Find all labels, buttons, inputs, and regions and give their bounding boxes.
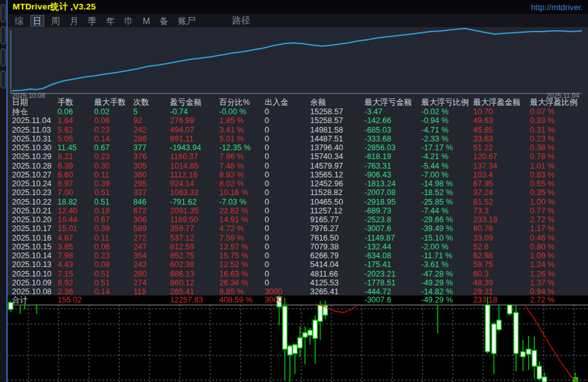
row-cell: 376 xyxy=(133,152,170,161)
row-cell: -0.02 % xyxy=(421,107,473,116)
row-cell: 15740.34 xyxy=(310,152,364,161)
table-row[interactable]: 2025.10.098.920.51274860.1226.34 %04125.… xyxy=(8,278,588,287)
row-cell: 13565.12 xyxy=(310,170,364,179)
column-header: 次数 xyxy=(133,98,170,107)
row-cell: 0 xyxy=(265,270,310,278)
column-header: 最大浮盈金额 xyxy=(473,98,530,107)
table-row[interactable]: 2025.10.237.000.513371063.3210.16 %01152… xyxy=(8,188,588,197)
row-cell: 0 xyxy=(265,251,310,260)
row-cell xyxy=(133,295,170,304)
row-cell: 305 xyxy=(133,162,170,170)
row-cell: 7.59 % xyxy=(219,234,265,242)
table-row[interactable]: 2025.11.035.620.23242494.073.41 %014981.… xyxy=(8,126,588,134)
menu-item-日[interactable]: 日 xyxy=(31,16,44,26)
row-cell: 337 xyxy=(133,188,170,197)
row-cell: 0.14 xyxy=(94,287,133,295)
title-bar: MTDriver统计 ,V3.25 http://mtdriver. xyxy=(8,0,588,14)
row-cell: 0.23 % xyxy=(530,134,588,143)
column-header: 最大手数 xyxy=(94,98,133,107)
row-cell: 233.18 xyxy=(473,215,530,224)
table-row[interactable]: 2025.10.2010.440.673061189.5014.91 %0916… xyxy=(8,215,588,224)
row-cell: 2.72 % xyxy=(530,295,588,304)
row-cell: 5.01 % xyxy=(219,134,265,143)
menu-item-path[interactable]: 路径 xyxy=(231,15,252,27)
row-cell: 11.45 xyxy=(57,143,94,152)
dock-button-2[interactable] xyxy=(1,27,6,44)
row-cell: 602.38 xyxy=(170,260,219,269)
row-cell: 589 xyxy=(133,224,170,233)
row-cell: 0.18 xyxy=(94,206,133,215)
row-cell: 0.51 xyxy=(94,278,133,287)
menu-item-账尸[interactable]: 账尸 xyxy=(176,16,198,26)
row-cell: 3265.41 xyxy=(310,287,364,295)
table-row[interactable]: 2025.10.134.430.08243602.3812.52 %05414.… xyxy=(8,260,588,269)
table-row[interactable]: 2025.11.041.640.0692276.991.85 %015258.5… xyxy=(8,116,588,125)
row-date: 2025.10.17 xyxy=(12,224,57,233)
candlestick-chart[interactable] xyxy=(8,295,588,382)
row-cell: 26.34 % xyxy=(219,278,265,287)
table-row[interactable]: 2025.10.315.050.14286691.115.01 %014487.… xyxy=(8,134,588,143)
row-cell: -47.28 % xyxy=(421,270,473,278)
table-row[interactable]: 2025.10.153.850.06247812.5912.97 %07079.… xyxy=(8,242,588,251)
row-cell: 0.31 % xyxy=(530,126,588,134)
menu-item-巾[interactable]: 巾 xyxy=(123,16,135,26)
row-cell: 10.44 xyxy=(57,215,94,224)
row-date: 2025.10.27 xyxy=(12,170,57,179)
table-row[interactable]: 2025.10.276.600.113601112.168.93 %013565… xyxy=(8,170,588,179)
dock-button-1[interactable] xyxy=(1,4,6,22)
menu-item-月[interactable]: 月 xyxy=(68,16,80,26)
menu-item-综[interactable]: 综 xyxy=(13,16,25,26)
table-row[interactable]: 2025.10.298.210.233761160.377.96 %015740… xyxy=(8,152,588,161)
dock-button-4[interactable] xyxy=(1,71,6,88)
row-cell: -7.44 % xyxy=(421,206,473,215)
row-cell: 0 xyxy=(265,170,310,179)
row-cell: 16.63 % xyxy=(219,270,265,278)
table-row[interactable]: 2025.10.082.360.14119265.418.85 %3000326… xyxy=(8,287,588,295)
table-row[interactable]: 2025.10.164.670.11272537.127.59 %07616.5… xyxy=(8,234,588,242)
equity-chart[interactable]: 2025.10.08 2025.11.04 xyxy=(8,27,588,98)
table-row[interactable]: 2025.10.3011.450.67377-1943.94-12.35 %01… xyxy=(8,143,588,152)
row-cell: 6.60 xyxy=(57,170,94,179)
table-row[interactable]: 持仓0.060.025-0.74-0.00 %015258.57-3.47-0.… xyxy=(8,107,588,116)
menu-item-M[interactable]: M xyxy=(141,16,152,26)
row-cell: 0.30 xyxy=(94,162,133,170)
row-cell: 1.17 % xyxy=(530,224,588,233)
row-cell: 10.16 % xyxy=(219,188,265,197)
row-cell: 233.18 xyxy=(473,295,530,304)
row-date: 持仓 xyxy=(12,107,57,116)
row-cell: 60.3 xyxy=(473,270,530,278)
table-row[interactable]: 2025.10.2112.400.186722091.3522.82 %0112… xyxy=(8,206,588,215)
row-cell: 276.99 xyxy=(170,116,219,125)
table-row[interactable]: 2025.10.286.390.303051014.857.48 %014579… xyxy=(8,162,588,170)
row-cell: -333.68 xyxy=(364,134,421,143)
table-row[interactable]: 2025.10.147.980.23354852.7515.75 %06266.… xyxy=(8,251,588,260)
table-row[interactable]: 2025.10.246.970.39295924.148.02 %012452.… xyxy=(8,179,588,188)
row-cell: 3.41 % xyxy=(219,126,265,134)
row-cell: 1160.37 xyxy=(170,152,219,161)
row-cell: -3007.6 xyxy=(364,224,421,233)
row-cell: 0 xyxy=(265,224,310,233)
row-cell: -2007.08 xyxy=(364,188,421,197)
row-cell: -18.52 % xyxy=(421,188,473,197)
menu-item-备[interactable]: 备 xyxy=(158,16,171,26)
row-date: 2025.10.14 xyxy=(12,251,57,260)
row-cell: 1112.16 xyxy=(170,170,219,179)
row-cell: 62.98 xyxy=(473,251,530,260)
row-cell: 80.76 xyxy=(473,224,530,233)
column-header: 最大浮亏比例 xyxy=(421,98,473,107)
row-cell: 37.24 xyxy=(473,188,530,197)
table-row[interactable]: 2025.10.107.150.51280686.1316.63 %04811.… xyxy=(8,270,588,278)
menu-item-季[interactable]: 季 xyxy=(86,16,99,26)
dock-button-3[interactable] xyxy=(1,49,6,66)
row-date: 2025.10.31 xyxy=(12,134,57,143)
table-row[interactable]: 2025.10.1715.010.39589359.774.72 %07976.… xyxy=(8,224,588,233)
row-cell: 0.94 % xyxy=(530,287,588,295)
row-cell: 860.12 xyxy=(170,278,219,287)
row-cell: 0 xyxy=(265,234,310,242)
row-cell: -1943.94 xyxy=(170,143,219,152)
website-link[interactable]: http://mtdriver. xyxy=(531,3,583,12)
table-row[interactable]: 2025.10.2218.820.51846-791.62-7.03 %0104… xyxy=(8,198,588,206)
menu-item-年[interactable]: 年 xyxy=(104,16,117,26)
menu-item-周[interactable]: 周 xyxy=(49,16,62,26)
row-cell: 8.85 % xyxy=(219,287,265,295)
